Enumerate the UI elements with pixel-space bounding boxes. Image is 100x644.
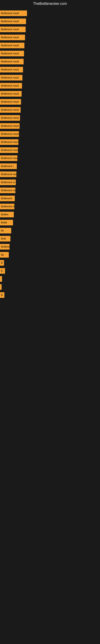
bar: Bottleneck result <box>0 99 21 105</box>
bar-label: Bottleneck re <box>1 181 15 184</box>
bar: Bottleneck result <box>0 67 23 72</box>
bar-row: Bottleneck result <box>0 66 100 74</box>
bar: B <box>0 292 4 298</box>
bar-row: Bottleneck re <box>0 178 100 186</box>
bar: Bottleneck result <box>0 131 19 137</box>
bar-row: Bottle <box>0 219 100 226</box>
bars-container: Bottleneck resultBottleneck resultBottle… <box>0 8 100 301</box>
bar-label: Bottleneck resul <box>1 141 18 144</box>
bar: Bottleneck res <box>0 204 14 209</box>
bar-row: Bottleneck res <box>0 203 100 210</box>
bar: Bottleneck result <box>0 34 25 40</box>
bar <box>0 284 1 290</box>
bar-label: Bottleneck result <box>1 20 19 23</box>
bar-row: Bottleneck resu <box>0 154 100 162</box>
bar: Bottleneck re <box>0 180 16 185</box>
bar: Bottleneck result <box>0 18 26 24</box>
bar-label: B <box>1 262 2 264</box>
bar-label: Bottlene <box>1 245 10 248</box>
bar-row: Bottleneck result <box>0 146 100 154</box>
bar: Bottleneck resul <box>0 139 18 145</box>
bar-label: Bottleneck result <box>1 68 19 71</box>
bar-label: B <box>1 294 2 296</box>
bar-label: Bottl <box>1 237 6 240</box>
bar: Bottle <box>0 220 13 226</box>
bar-label: B <box>1 270 2 272</box>
bar-label: Bottleneck r <box>1 165 14 168</box>
bar-row: Bottleneck result <box>0 114 100 122</box>
bar: Bottleneck <box>0 196 15 201</box>
bar-label: Bo <box>1 229 4 232</box>
bar-label: Bottleneck result <box>1 116 19 119</box>
site-title: TheBottlenecker.com <box>0 0 100 8</box>
bar-row <box>0 283 100 291</box>
bar-row: Bottleneck result <box>0 90 100 98</box>
bar-row: Bottleneck result <box>0 50 100 57</box>
bar-row: Bottleneck result <box>0 26 100 33</box>
bar: Bo <box>0 252 9 258</box>
bar: Bottleneck result <box>0 43 24 48</box>
bar-label: Bottlen <box>1 213 8 216</box>
bar: Bottleneck result <box>0 10 27 16</box>
bar-label: Bottleneck result <box>1 84 19 87</box>
bar-row: Bottleneck result <box>0 58 100 66</box>
bar-row: Bo <box>0 251 100 258</box>
bar: Bo <box>0 228 11 234</box>
bar-row: B <box>0 291 100 299</box>
bar: Bottleneck result <box>0 123 20 129</box>
bar: Bottleneck result <box>0 83 22 88</box>
bar-label: Bottleneck result <box>1 28 19 31</box>
bar-row: B <box>0 259 100 267</box>
bar-row: Bottleneck result <box>0 106 100 114</box>
bar-row: Bo <box>0 227 100 234</box>
bar-row: Bottleneck resul <box>0 138 100 146</box>
bar-label: Bottleneck result <box>1 36 19 39</box>
bar-label: Bo <box>1 253 4 256</box>
bar-row: Bottleneck result <box>0 18 100 25</box>
bar: B <box>0 268 5 274</box>
bar: Bottleneck result <box>0 75 22 80</box>
bar-row: Bottleneck <box>0 194 100 202</box>
bar-label: Bottleneck res <box>1 205 14 208</box>
bar-label: Bottleneck resu <box>1 157 17 160</box>
bar: B <box>0 260 4 266</box>
bar-label: Bottleneck result <box>1 12 19 15</box>
bar-row: Bottleneck result <box>0 130 100 138</box>
bar-row: Bottleneck resu <box>0 170 100 178</box>
bar: Bottlen <box>0 212 14 217</box>
bar-row: Bottlen <box>0 211 100 218</box>
bar: Bottleneck resu <box>0 172 16 177</box>
bar: Bottl <box>0 236 10 242</box>
bar-row <box>0 275 100 283</box>
bar-row: Bottleneck result <box>0 82 100 90</box>
bar-label: Bottleneck result <box>1 149 18 152</box>
bar-row: Bottleneck result <box>0 74 100 82</box>
bar-label: Bottleneck result <box>1 132 19 136</box>
bar-row: Bottleneck r <box>0 162 100 170</box>
bar-label: Bottleneck result <box>1 124 19 128</box>
bar: Bottleneck result <box>0 59 24 64</box>
bar <box>0 276 2 282</box>
bar-row: Bottleneck result <box>0 122 100 130</box>
bar-row: Bottlene <box>0 243 100 250</box>
bar-row: Bottleneck result <box>0 98 100 106</box>
bar-row: Bottleneck result <box>0 42 100 49</box>
bar-label: Bottleneck <box>1 197 12 200</box>
bar: Bottleneck result <box>0 107 21 113</box>
bar-label: Bottleneck result <box>1 76 19 79</box>
bar: Bottleneck result <box>0 147 18 153</box>
bar-label: Bottleneck result <box>1 100 19 103</box>
bar-label: Bottleneck result <box>1 92 19 95</box>
bar: Bottlene <box>0 244 10 250</box>
bar: Bottleneck result <box>0 26 26 32</box>
bar-label: Bottle <box>1 221 7 224</box>
bar-row: Bottleneck result <box>0 186 100 194</box>
bar-label: Bottleneck result <box>1 44 19 47</box>
bar: Bottleneck result <box>0 188 15 193</box>
bar: Bottleneck r <box>0 164 17 169</box>
bar-row: Bottleneck result <box>0 34 100 41</box>
bar-row: Bottleneck result <box>0 10 100 17</box>
bar-row: Bottl <box>0 235 100 242</box>
bar-label: Bottleneck result <box>1 52 19 55</box>
bar-label: Bottleneck result <box>1 189 15 192</box>
